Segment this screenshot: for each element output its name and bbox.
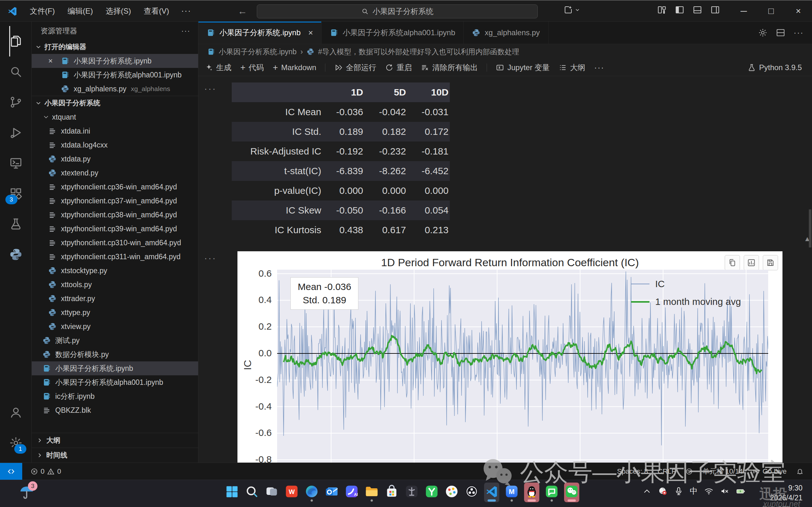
customize-layout-icon[interactable] [657,5,667,15]
notifications-bell-icon[interactable] [796,468,804,475]
taskbar-game-icon[interactable] [404,483,419,502]
umbrella-app-icon[interactable]: 3 [18,485,35,502]
editor-more-actions[interactable]: ··· [794,28,804,38]
activitybar-explorer-icon[interactable] [9,26,22,56]
taskbar-widgets-icon[interactable] [264,483,279,502]
toolbar-more-button[interactable]: ··· [594,63,604,73]
activitybar-testing-icon[interactable] [9,209,22,239]
menu-item-2[interactable]: 选择(S) [99,4,138,18]
indentation-indicator[interactable]: Spaces: 8 [617,467,648,475]
tray-hidden-icons-icon[interactable] [642,486,652,496]
window-close-button[interactable]: × [785,1,812,21]
breadcrumb[interactable]: 小果因子分析系统.ipynb › #导入模型，数据可以外部处理好导入也可以利用内… [199,44,812,59]
taskbar-edge-icon[interactable] [304,483,319,502]
tree-item[interactable]: 测试.py [32,333,198,347]
open-editor-item[interactable]: xg_alphalens.pyxg_alphalens [32,82,198,96]
jupyter-variables-button[interactable]: Jupyter 变量 [496,62,549,73]
tree-item[interactable]: xtpythonclient.cp311-win_amd64.pyd [32,250,198,264]
breadcrumb-section[interactable]: #导入模型，数据可以外部处理好导入也可以利用内部函数处理 [318,47,519,57]
generate-button[interactable]: 生成 [205,62,231,73]
activitybar-remote-explorer-icon[interactable] [9,148,22,178]
taskbar-vscode-icon[interactable] [484,483,499,502]
tree-item[interactable]: xtdata.log4cxx [32,138,198,152]
copy-plot-button[interactable] [725,255,740,270]
command-center-search[interactable]: 小果因子分析系统 [257,4,538,18]
activitybar-run-debug-icon[interactable] [9,117,22,148]
menu-item-0[interactable]: 文件(F) [23,4,61,18]
taskbar-wechat-icon[interactable] [564,483,579,502]
tree-item[interactable]: xttrader.py [32,292,198,305]
taskbar-search-icon[interactable] [244,483,259,502]
editor-scrollbar[interactable] [809,209,811,247]
open-editors-header[interactable]: 打开的编辑器 [32,40,198,54]
taskbar-wps-icon[interactable]: W [284,483,299,502]
kernel-picker[interactable]: Python 3.9.5 [748,63,812,72]
save-plot-button[interactable] [763,255,778,270]
activitybar-extensions-icon[interactable]: 3 [9,178,22,209]
tree-item[interactable]: xtextend.py [32,166,198,180]
taskbar-qq-icon[interactable] [524,483,539,502]
window-maximize-button[interactable]: □ [757,1,785,21]
add-code-cell-button[interactable]: +代码 [240,62,264,73]
eol-indicator[interactable]: CRLF [658,467,676,475]
breadcrumb-file[interactable]: 小果因子分析系统.ipynb [219,47,296,57]
taskbar-start-icon[interactable] [224,483,239,502]
toggle-secondary-sidebar-icon[interactable] [710,5,720,15]
tree-item[interactable]: xtpythonclient.cp37-win_amd64.pyd [32,194,198,208]
window-minimize-button[interactable]: ─ [730,1,757,21]
tray-microphone-icon[interactable] [674,486,684,496]
taskbar-green-chat-icon[interactable] [544,483,559,502]
outline-section-header[interactable]: 大纲 [32,433,198,448]
taskbar-file-explorer-icon[interactable] [364,483,379,502]
tree-item[interactable]: xttype.py [32,305,198,320]
menu-overflow-button[interactable]: ··· [175,6,197,16]
tab-close-icon[interactable]: × [308,28,313,38]
notebook-settings-icon[interactable] [758,28,767,38]
taskbar-clock[interactable]: 9:30 2026/4/21 [770,483,803,503]
tray-sync-error-icon[interactable] [658,486,667,496]
tab-1[interactable]: 小果因子分析系统alpha001.ipynb [322,21,464,44]
cell1-more-button[interactable]: ··· [204,83,216,94]
tree-item[interactable]: xtstocktype.py [32,264,198,278]
menu-item-1[interactable]: 编辑(E) [61,4,99,18]
feedback-smiley-icon[interactable] [685,468,693,475]
restart-kernel-button[interactable]: 重启 [385,62,412,73]
add-markdown-cell-button[interactable]: +Markdown [273,62,316,73]
tree-item[interactable]: xtpythonclient.cp39-win_amd64.pyd [32,222,198,236]
tray-wifi-icon[interactable] [704,486,714,496]
taskbar-ai-assistant-icon[interactable]: AI [344,483,359,502]
tree-item[interactable]: xtpythonclient.cp310-win_amd64.pyd [32,236,198,250]
tree-item[interactable]: ic分析.ipynb [32,389,198,403]
tree-item[interactable]: QBKZZ.blk [32,403,198,417]
activitybar-source-control-icon[interactable] [9,87,22,117]
close-editor-icon[interactable]: × [48,56,53,65]
tray-battery-icon[interactable] [736,486,745,496]
run-all-button[interactable]: 全部运行 [334,62,376,73]
activitybar-accounts-icon[interactable] [0,397,32,428]
project-root-header[interactable]: 小果因子分析系统 [32,96,198,110]
tree-item[interactable]: xtdata.ini [32,124,198,138]
expand-plot-button[interactable] [744,255,759,270]
cell2-more-button[interactable]: ··· [204,252,216,263]
copilot-button[interactable] [563,5,580,15]
tray-volume-muted-icon[interactable] [720,486,729,496]
sidebar-more-button[interactable]: ··· [181,26,191,35]
tree-item[interactable]: xtpythonclient.cp36-win_amd64.pyd [32,180,198,194]
timeline-section-header[interactable]: 时间线 [32,448,198,463]
tree-item[interactable]: xtpythonclient.cp38-win_amd64.pyd [32,208,198,222]
tree-item[interactable]: xtview.py [32,320,198,333]
outline-button[interactable]: 大纲 [559,62,585,73]
activitybar-settings-icon[interactable]: 1 [0,428,32,458]
toggle-primary-sidebar-icon[interactable] [675,5,685,15]
clear-outputs-button[interactable]: 清除所有输出 [421,62,478,73]
tree-item[interactable]: xttools.py [32,278,198,292]
go-live-button[interactable]: Go Live [752,467,787,475]
tab-2[interactable]: xg_alphalens.py [464,21,548,44]
toggle-panel-icon[interactable] [693,5,702,15]
tray-ime-indicator[interactable]: 中 [690,486,698,496]
tab-0[interactable]: 小果因子分析系统.ipynb× [199,21,322,44]
taskbar-m-app-icon[interactable]: M [504,483,519,502]
taskbar-obs-icon[interactable] [464,483,479,502]
taskbar-outlook-icon[interactable] [324,483,339,502]
taskbar-palette-icon[interactable] [444,483,459,502]
